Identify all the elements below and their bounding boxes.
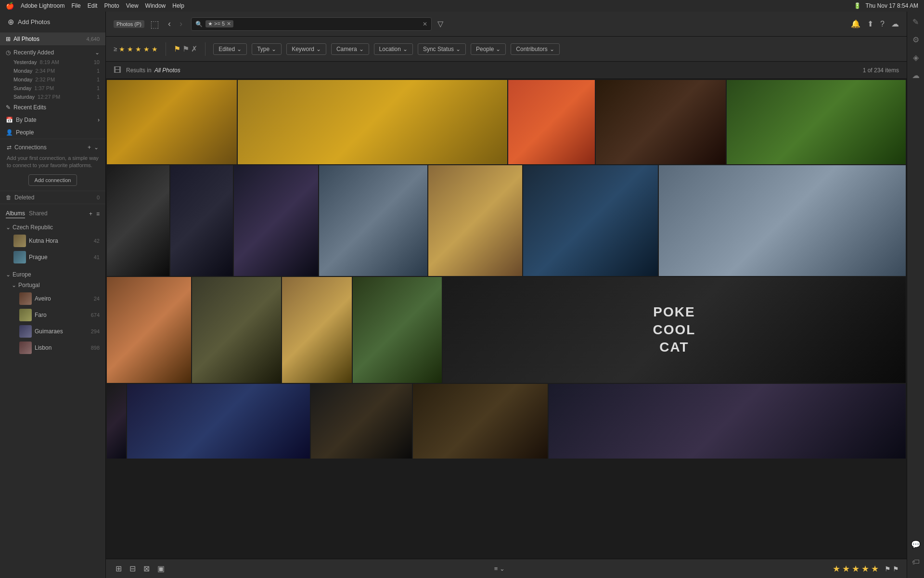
photo-cell-15[interactable] bbox=[282, 277, 352, 383]
menu-photo[interactable]: Photo bbox=[104, 2, 119, 9]
edited-filter-button[interactable]: Edited ⌄ bbox=[213, 43, 247, 55]
type-filter-button[interactable]: Type ⌄ bbox=[252, 43, 282, 55]
menu-window[interactable]: Window bbox=[145, 2, 166, 9]
menu-edit[interactable]: Edit bbox=[88, 2, 98, 9]
people-filter-button[interactable]: People ⌄ bbox=[471, 43, 506, 55]
album-lisbon[interactable]: Lisbon 898 bbox=[0, 340, 105, 356]
nav-prev-button[interactable]: ‹ bbox=[165, 17, 174, 31]
recent-date-2[interactable]: Monday 2:32 PM 1 bbox=[0, 75, 105, 84]
album-faro[interactable]: Faro 674 bbox=[0, 307, 105, 323]
search-tag-remove[interactable]: ✕ bbox=[227, 21, 231, 27]
rating-filter[interactable]: ≥ ★ ★ ★ ★ ★ bbox=[114, 45, 158, 53]
bottom-star-5[interactable]: ★ bbox=[871, 564, 879, 574]
album-kutna-hora[interactable]: Kutna Hora 42 bbox=[0, 233, 105, 249]
sort-button[interactable]: ≡ ⌄ bbox=[494, 565, 505, 572]
bottom-flag-1-icon[interactable]: ⚑ bbox=[885, 565, 891, 573]
photo-cell-10[interactable] bbox=[428, 165, 522, 276]
menu-view[interactable]: View bbox=[126, 2, 139, 9]
photo-cell-12[interactable] bbox=[659, 165, 906, 276]
tag-panel-icon[interactable]: 🏷 bbox=[912, 558, 920, 566]
settings-panel-icon[interactable]: ⚙ bbox=[912, 35, 919, 44]
flag-3-icon[interactable]: ✗ bbox=[191, 44, 197, 53]
album-guimaraes[interactable]: Guimaraes 294 bbox=[0, 323, 105, 340]
bottom-star-2[interactable]: ★ bbox=[842, 564, 850, 574]
photo-cell-13[interactable] bbox=[107, 277, 191, 383]
cloud-panel-icon[interactable]: ☁ bbox=[912, 71, 920, 80]
view-grid-button[interactable]: ⊞ bbox=[114, 562, 124, 575]
recently-added-header[interactable]: ◷ Recently Added ⌄ bbox=[0, 45, 105, 58]
bottom-star-4[interactable]: ★ bbox=[861, 564, 869, 574]
photo-cell-3[interactable] bbox=[508, 80, 595, 164]
bottom-star-1[interactable]: ★ bbox=[833, 564, 840, 574]
contributors-filter-button[interactable]: Contributors ⌄ bbox=[511, 43, 559, 55]
photo-cell-4[interactable] bbox=[596, 80, 726, 164]
keyword-filter-button[interactable]: Keyword ⌄ bbox=[286, 43, 326, 55]
nav-back-button[interactable]: ⬚ bbox=[147, 16, 162, 32]
album-aveiro[interactable]: Aveiro 24 bbox=[0, 290, 105, 307]
photo-cell-21[interactable] bbox=[413, 384, 548, 459]
photo-cell-2[interactable] bbox=[238, 80, 507, 164]
recent-date-1[interactable]: Monday 2:34 PM 1 bbox=[0, 66, 105, 75]
photo-cell-14[interactable] bbox=[192, 277, 281, 383]
photo-cell-17[interactable]: POKECOOLCAT bbox=[443, 277, 906, 383]
albums-add-icon[interactable]: + bbox=[89, 210, 92, 217]
bottom-star-3[interactable]: ★ bbox=[852, 564, 860, 574]
view-compare-button[interactable]: ⊠ bbox=[141, 562, 152, 575]
sidebar-item-deleted[interactable]: 🗑 Deleted 0 bbox=[0, 191, 105, 204]
recent-date-4[interactable]: Saturday 12:27 PM 1 bbox=[0, 92, 105, 101]
help-icon[interactable]: ? bbox=[880, 20, 885, 28]
photo-cell-16[interactable] bbox=[353, 277, 442, 383]
view-detail-button[interactable]: ⊟ bbox=[128, 562, 138, 575]
add-connection-button[interactable]: Add connection bbox=[28, 174, 77, 186]
photo-cell-11[interactable] bbox=[523, 165, 658, 276]
photo-cell-18[interactable] bbox=[107, 384, 126, 459]
flag-2-icon[interactable]: ⚑ bbox=[182, 44, 189, 53]
location-filter-button[interactable]: Location ⌄ bbox=[374, 43, 413, 55]
filter-icon[interactable]: ▽ bbox=[437, 19, 443, 28]
album-prague[interactable]: Prague 41 bbox=[0, 249, 105, 265]
sidebar-item-recent-edits[interactable]: ✎ Recent Edits bbox=[0, 101, 105, 114]
menu-file[interactable]: File bbox=[71, 2, 80, 9]
photo-cell-6[interactable] bbox=[107, 165, 169, 276]
camera-filter-button[interactable]: Camera ⌄ bbox=[331, 43, 369, 55]
nav-next-button[interactable]: › bbox=[177, 17, 185, 31]
czech-republic-header[interactable]: ⌄ Czech Republic bbox=[0, 222, 105, 233]
photo-grid-wrapper[interactable]: POKECOOLCAT bbox=[106, 79, 907, 559]
view-map-button[interactable]: ▣ bbox=[155, 562, 167, 575]
photo-cell-9[interactable] bbox=[319, 165, 427, 276]
menu-help[interactable]: Help bbox=[172, 2, 184, 9]
photo-cell-5[interactable] bbox=[727, 80, 906, 164]
edit-panel-icon[interactable]: ✎ bbox=[912, 17, 919, 26]
tab-shared[interactable]: Shared bbox=[29, 210, 48, 218]
albums-list-icon[interactable]: ≡ bbox=[96, 210, 100, 217]
europe-header[interactable]: ⌄ Europe bbox=[0, 269, 105, 280]
share-icon[interactable]: ⬆ bbox=[867, 19, 873, 28]
recent-date-0[interactable]: Yesterday 8:19 AM 10 bbox=[0, 58, 105, 66]
photo-cell-22[interactable] bbox=[549, 384, 906, 459]
search-bar[interactable]: 🔍 ★ >= 5 ✕ ✕ bbox=[191, 17, 432, 31]
photo-cell-1[interactable] bbox=[107, 80, 237, 164]
flag-1-icon[interactable]: ⚑ bbox=[174, 44, 180, 53]
connections-add-icon[interactable]: + bbox=[88, 144, 91, 151]
photo-cell-7[interactable] bbox=[170, 165, 233, 276]
comments-panel-icon[interactable]: 💬 bbox=[911, 540, 921, 549]
notification-icon[interactable]: 🔔 bbox=[851, 19, 860, 28]
photo-cell-20[interactable] bbox=[311, 384, 412, 459]
search-input[interactable] bbox=[236, 21, 420, 27]
presets-panel-icon[interactable]: ◈ bbox=[913, 53, 919, 62]
portugal-header[interactable]: ⌄ Portugal bbox=[0, 280, 105, 290]
recent-date-3[interactable]: Sunday 1:37 PM 1 bbox=[0, 84, 105, 92]
photo-cell-19[interactable] bbox=[127, 384, 310, 459]
cloud-icon[interactable]: ☁ bbox=[891, 19, 899, 28]
rating-selector[interactable]: ★ ★ ★ ★ ★ ⚑ ⚑ bbox=[833, 564, 899, 574]
tab-albums[interactable]: Albums bbox=[6, 210, 25, 218]
photo-cell-8[interactable] bbox=[234, 165, 318, 276]
sidebar-item-people[interactable]: 👤 People bbox=[0, 126, 105, 139]
sync-status-filter-button[interactable]: Sync Status ⌄ bbox=[418, 43, 466, 55]
connections-chevron-icon[interactable]: ⌄ bbox=[94, 144, 99, 151]
search-clear-icon[interactable]: ✕ bbox=[423, 21, 427, 27]
add-photos-button[interactable]: ⊕ Add Photos bbox=[0, 12, 105, 33]
sidebar-item-all-photos[interactable]: ⊞ All Photos 4,640 bbox=[0, 33, 105, 45]
bottom-flag-2-icon[interactable]: ⚑ bbox=[893, 565, 899, 573]
sidebar-item-by-date[interactable]: 📅 By Date › bbox=[0, 114, 105, 126]
